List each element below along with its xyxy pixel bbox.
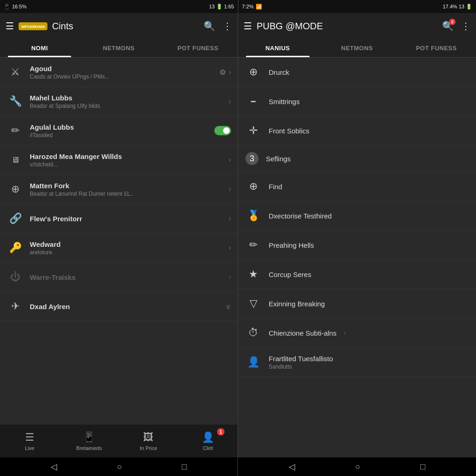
left-tabs: NOMI NETMONS POT FUNESS	[0, 39, 238, 58]
chevron-right-icon: ›	[229, 273, 231, 281]
recent-button[interactable]: □	[172, 458, 196, 476]
menu-item-preahing[interactable]: ✏ Preahing Hells	[238, 231, 476, 260]
list-item[interactable]: 🖥 Harozed Mea Manger Willds v/Istcheld..…	[0, 145, 238, 175]
preahing-icon: ✏	[245, 237, 261, 253]
seflings-icon: 3	[245, 152, 258, 165]
list-item[interactable]: 🔑 Wedward aretoture. ›	[0, 233, 238, 263]
list-item[interactable]: ⏻ Warre-Traisks ›	[0, 263, 238, 292]
menu-item-exinning[interactable]: ▽ Exinning Breaking	[238, 289, 476, 318]
chevron-right-icon: ›	[229, 68, 231, 76]
front-soblics-icon: ✛	[245, 123, 261, 139]
right-menu-list: ⊕ Drurck ━ Smittrings ✛ Front Soblics	[238, 58, 476, 457]
tab-netmons[interactable]: NETMONS	[79, 39, 158, 57]
item-title-agoud: Agoud	[30, 65, 214, 73]
item-title-flews: Flew's Prenitorr	[30, 215, 223, 223]
tab-nomi[interactable]: NOMI	[0, 39, 79, 57]
item-icon-warre: ⏻	[7, 268, 24, 286]
left-header-icons: 🔍 ⋮	[204, 20, 232, 32]
menu-item-corcup[interactable]: ★ Corcup Seres	[238, 260, 476, 289]
tab-pot-funess-right[interactable]: POT FUNESS	[397, 39, 476, 57]
item-title-wedward: Wedward	[30, 240, 223, 248]
nav-item-bretainieds[interactable]: 📱 Bretainieds	[60, 424, 119, 457]
list-item[interactable]: ⊕ Matten Fork Beadsr at Lanurind Rat Dum…	[0, 175, 238, 204]
left-list: ⚔ Agoud Casds at Orwiex UPngs / PMs... ⚙…	[0, 58, 238, 424]
nav-label-bretainieds: Bretainieds	[76, 445, 102, 451]
left-header: ☰ BATTLEGROUNDS Cints 🔍 ⋮	[0, 13, 238, 39]
tab-nanius[interactable]: NANIUS	[238, 39, 317, 57]
list-item[interactable]: ✏ Agulal Lubbs /iTassiled	[0, 116, 238, 145]
menu-label-corcup: Corcup Seres	[269, 271, 311, 278]
search-with-badge[interactable]: 🔍 2	[442, 20, 454, 32]
item-subtitle-agulal: /iTassiled	[30, 132, 209, 139]
left-status-bar: 📱 16:5% 13 🔋 1:65	[0, 0, 238, 13]
list-item[interactable]: ✈ Dxad Aylren ∨	[0, 292, 238, 321]
right-home-button[interactable]: ○	[346, 458, 370, 476]
inprice-icon: 🖼	[143, 431, 153, 443]
item-subtitle-matten: Beadsr at Lanurind Rat Dumer netent £L..	[30, 191, 223, 197]
nav-item-clirit[interactable]: 1 👤 Clirit	[178, 424, 238, 457]
right-hamburger-button[interactable]: ☰	[244, 20, 252, 32]
right-more-button[interactable]: ⋮	[461, 20, 470, 32]
chevron-right-icon: ›	[229, 185, 231, 193]
nav-label-clirit: Clirit	[203, 445, 213, 451]
bretainieds-icon: 📱	[83, 431, 95, 443]
nav-item-live[interactable]: ☰ Live	[0, 424, 60, 457]
menu-label-exinning: Exinning Breaking	[269, 300, 325, 308]
right-recent-button[interactable]: □	[411, 458, 435, 476]
list-item[interactable]: ⚔ Agoud Casds at Orwiex UPngs / PMs... ⚙…	[0, 58, 238, 87]
find-icon: ⊕	[245, 178, 261, 194]
corcup-icon: ★	[245, 266, 261, 282]
toggle-switch[interactable]	[214, 126, 231, 135]
chienzione-icon: ⏱	[245, 325, 261, 341]
left-status-text: 16:5%	[12, 4, 26, 9]
menu-label-frartlited: Frartlited Tuesfallisto	[269, 355, 333, 363]
menu-label-preahing: Preahing Hells	[269, 241, 314, 249]
left-hamburger-button[interactable]: ☰	[6, 20, 14, 32]
right-status-text: 7:2%	[242, 4, 254, 9]
item-title-dxad: Dxad Aylren	[30, 303, 220, 311]
menu-item-frartlited[interactable]: 👤 Frartlited Tuesfallisto Sandiutts	[238, 348, 476, 377]
home-button[interactable]: ○	[108, 458, 132, 476]
nav-label-inprice: In Price	[140, 445, 157, 451]
left-more-button[interactable]: ⋮	[223, 20, 232, 32]
frartlited-icon: 👤	[245, 354, 261, 370]
right-tabs: NANIUS NETMONS POT FUNESS	[238, 39, 476, 58]
menu-item-smittrings[interactable]: ━ Smittrings	[238, 87, 476, 116]
item-title-matten: Matten Fork	[30, 182, 223, 190]
tab-netmons-right[interactable]: NETMONS	[317, 39, 397, 57]
right-app-title: PUBG @MODE	[257, 21, 437, 32]
gear-icon[interactable]: ⚙	[219, 68, 226, 77]
menu-label-front-soblics: Front Soblics	[269, 127, 310, 135]
chevron-right-icon: ›	[229, 97, 231, 106]
menu-item-chienzione[interactable]: ⏱ Chienzione Subti-alns ›	[238, 318, 476, 348]
left-app-title: Cints	[52, 21, 199, 32]
item-icon-mahel: 🔧	[7, 93, 24, 110]
right-back-button[interactable]: ◁	[279, 458, 304, 476]
chevron-right-icon: ›	[229, 244, 231, 252]
menu-item-seflings[interactable]: 3 Seflings	[238, 145, 476, 172]
item-title-mahel: Mahel Lubbs	[30, 94, 223, 102]
nav-item-inprice[interactable]: 🖼 In Price	[119, 424, 178, 457]
live-icon: ☰	[25, 431, 34, 443]
right-signal-icon: 📶	[256, 4, 262, 10]
right-status-bar: 7:2% 📶 17.4% 13 🔋	[238, 0, 476, 13]
left-search-button[interactable]: 🔍	[204, 20, 215, 32]
list-item[interactable]: 🔧 Mahel Lubbs Beadsr at Spalang tJify bi…	[0, 87, 238, 116]
menu-item-find[interactable]: ⊕ Find	[238, 172, 476, 201]
chevron-down-icon: ∨	[225, 302, 231, 311]
menu-label-find: Find	[269, 183, 282, 191]
menu-label-seflings: Seflings	[266, 155, 291, 163]
menu-item-drurck[interactable]: ⊕ Drurck	[238, 58, 476, 87]
item-icon-agulal: ✏	[7, 122, 24, 139]
smittrings-icon: ━	[245, 93, 261, 109]
item-title-harozed: Harozed Mea Manger Willds	[30, 152, 223, 160]
list-item[interactable]: 🔗 Flew's Prenitorr ›	[0, 204, 238, 233]
back-button[interactable]: ◁	[41, 458, 66, 476]
menu-label-drurck: Drurck	[269, 68, 289, 76]
clirit-icon: 👤	[202, 431, 214, 443]
menu-item-front-soblics[interactable]: ✛ Front Soblics	[238, 116, 476, 145]
item-icon-flews: 🔗	[7, 210, 24, 227]
item-icon-wedward: 🔑	[7, 239, 24, 257]
menu-item-dxectorise[interactable]: 🏅 Dxectorise Testhired	[238, 201, 476, 231]
tab-pot-funess[interactable]: POT FUNESS	[159, 39, 238, 57]
